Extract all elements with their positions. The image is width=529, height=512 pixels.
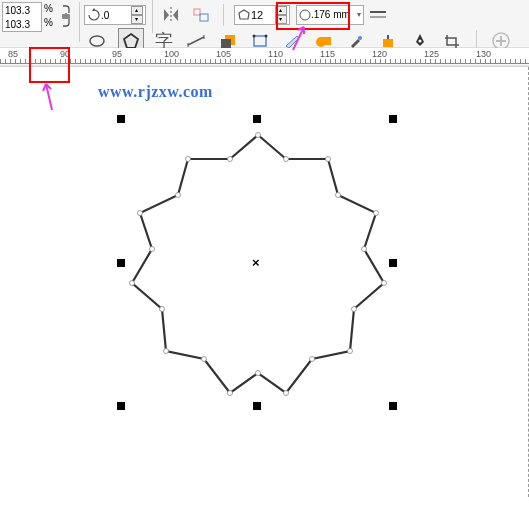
sides-spinner: ▴ ▾	[275, 6, 287, 24]
svg-point-44	[186, 157, 191, 162]
rotation-icon	[87, 8, 101, 22]
size-inputs	[2, 2, 42, 32]
svg-point-29	[362, 247, 367, 252]
svg-point-31	[352, 307, 357, 312]
width-input[interactable]	[3, 3, 41, 17]
svg-point-13	[252, 35, 255, 38]
svg-point-37	[202, 357, 207, 362]
svg-rect-11	[221, 39, 231, 48]
outline-style-icon[interactable]	[370, 9, 386, 21]
selection-center-icon[interactable]: ×	[252, 255, 260, 270]
svg-point-27	[336, 193, 341, 198]
svg-point-45	[228, 157, 233, 162]
canvas-area[interactable]: www.rjzxw.com ×	[0, 67, 529, 497]
align-icon[interactable]	[189, 3, 213, 27]
rotation-up[interactable]: ▴	[131, 6, 143, 15]
svg-point-33	[310, 357, 315, 362]
outline-icon	[299, 9, 311, 21]
svg-marker-8	[124, 34, 138, 48]
svg-point-43	[176, 193, 181, 198]
svg-marker-4	[239, 10, 249, 19]
svg-point-14	[264, 35, 267, 38]
svg-point-36	[228, 391, 233, 396]
selection-handle-tc[interactable]	[253, 115, 261, 123]
pct-x: %	[44, 2, 53, 16]
height-input[interactable]	[3, 17, 41, 31]
mirror-horizontal-icon[interactable]	[159, 3, 183, 27]
horizontal-ruler: 85 90 95 100 105 110 115 120 125 130	[0, 48, 529, 64]
svg-point-24	[256, 133, 261, 138]
lock-ratio-icon[interactable]	[59, 2, 73, 30]
rotation-down[interactable]: ▾	[131, 15, 143, 24]
pct-y: %	[44, 16, 53, 30]
svg-rect-2	[194, 9, 200, 15]
svg-point-26	[326, 157, 331, 162]
separator	[223, 4, 224, 26]
svg-point-38	[164, 349, 169, 354]
watermark-text: www.rjzxw.com	[98, 83, 213, 101]
rotation-input[interactable]	[101, 10, 131, 21]
svg-point-42	[138, 211, 143, 216]
dropdown-arrow-icon[interactable]: ▾	[357, 10, 361, 19]
svg-rect-12	[254, 36, 266, 46]
svg-rect-0	[62, 14, 70, 19]
sides-up[interactable]: ▴	[275, 6, 287, 15]
svg-point-40	[130, 281, 135, 286]
selection-handle-tr[interactable]	[389, 115, 397, 123]
percent-labels: % %	[44, 2, 53, 30]
svg-rect-16	[323, 37, 331, 45]
svg-point-30	[382, 281, 387, 286]
polygon-small-icon	[237, 8, 251, 22]
sides-down[interactable]: ▾	[275, 15, 287, 24]
svg-point-35	[256, 371, 261, 376]
svg-point-19	[418, 40, 421, 43]
rotation-spinner: ▴ ▾	[131, 6, 143, 24]
selection-handle-tl[interactable]	[117, 115, 125, 123]
selection-handle-ml[interactable]	[117, 259, 125, 267]
svg-point-34	[284, 391, 289, 396]
selection-handle-br[interactable]	[389, 402, 397, 410]
svg-point-41	[150, 247, 155, 252]
svg-point-32	[348, 349, 353, 354]
selection-handle-bc[interactable]	[253, 402, 261, 410]
sides-input[interactable]	[251, 9, 275, 21]
selection-handle-bl[interactable]	[117, 402, 125, 410]
separator	[79, 2, 80, 42]
svg-point-28	[374, 211, 379, 216]
sides-box: ▴ ▾	[234, 5, 290, 25]
svg-point-39	[160, 307, 165, 312]
svg-rect-18	[383, 39, 393, 47]
svg-line-9	[188, 37, 204, 45]
outline-width-box: ▾	[296, 5, 364, 25]
svg-point-17	[358, 36, 362, 40]
svg-point-7	[90, 36, 104, 46]
property-bar: % % ▴ ▾	[0, 0, 529, 48]
svg-rect-3	[200, 14, 208, 21]
rotation-box: ▴ ▾	[84, 5, 146, 25]
svg-point-25	[284, 157, 289, 162]
outline-width-input[interactable]	[311, 9, 357, 20]
selection-handle-mr[interactable]	[389, 259, 397, 267]
